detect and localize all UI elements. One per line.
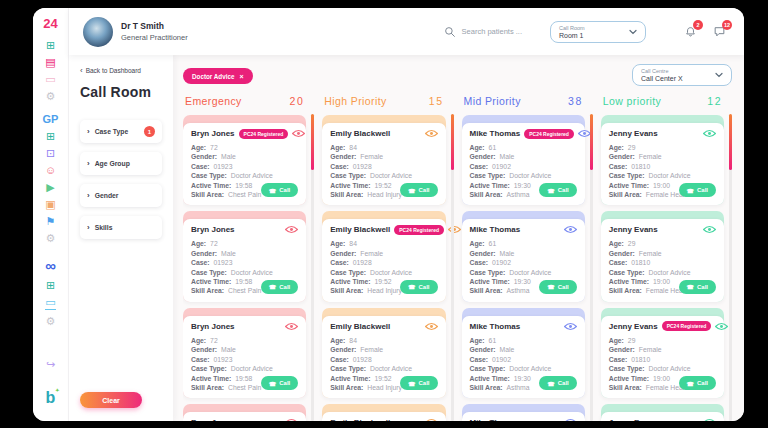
patient-card-body: Mike ThomasAge:61Gender:MaleCase:01902Ca… [462, 412, 585, 421]
back-to-dashboard-link[interactable]: ‹ Back to Dashboard [80, 66, 162, 75]
patient-field-row: Case Type:Doctor Advice [330, 364, 437, 373]
filter-item-gender[interactable]: ›Gender [80, 184, 162, 207]
gp-apps-grid-icon[interactable]: ⊞ [46, 131, 55, 142]
call-button[interactable]: ☎Call [400, 183, 438, 197]
apps-grid-icon[interactable]: ⊞ [46, 40, 55, 51]
chevron-right-icon: › [87, 223, 90, 232]
patient-card[interactable]: Mike ThomasAge:61Gender:MaleCase:01902Ca… [462, 211, 585, 301]
active-filter-chip[interactable]: Doctor Advice × [183, 68, 253, 84]
patient-card[interactable]: Bryn JonesAge:72Gender:MaleCase:01923Cas… [183, 211, 306, 301]
call-button[interactable]: ☎Call [539, 376, 577, 390]
monitor-icon[interactable]: ⊡ [46, 148, 55, 159]
patient-field-row: Gender:Female [609, 152, 716, 161]
call-room-select[interactable]: Call Room Room 1 [550, 21, 646, 43]
patient-card[interactable]: Emily BlackwellAge:84Gender:FemaleCase:0… [322, 115, 445, 205]
filter-item-age-group[interactable]: ›Age Group [80, 152, 162, 175]
view-patient-icon[interactable] [703, 418, 716, 421]
patient-card[interactable]: Emily BlackwellAge:84Gender:FemaleCase:0… [322, 308, 445, 398]
clear-filters-button[interactable]: Clear [80, 392, 142, 408]
patient-card[interactable]: Bryn JonesAge:72Gender:MaleCase:01923Cas… [183, 404, 306, 421]
column-scrollbar[interactable] [729, 114, 732, 421]
scrollbar-thumb[interactable] [451, 114, 454, 170]
logout-icon[interactable]: ↪ [46, 359, 55, 370]
call-button[interactable]: ☎Call [539, 183, 577, 197]
call-room-board: Doctor Advice × Call Centre Call Center … [173, 55, 744, 421]
patient-card[interactable]: Bryn JonesPC24 RegisteredAge:72Gender:Ma… [183, 115, 306, 205]
view-patient-icon[interactable] [564, 418, 577, 421]
patient-card[interactable]: Jenny EvansAge:29Gender:FemaleCase:01810… [601, 404, 724, 421]
lower-apps-grid-icon[interactable]: ⊞ [46, 280, 55, 291]
call-button[interactable]: ☎Call [261, 376, 299, 390]
view-patient-icon[interactable] [425, 129, 438, 138]
search-input[interactable]: Search patients ... [444, 26, 522, 38]
view-patient-icon[interactable] [703, 225, 716, 234]
call-button[interactable]: ☎Call [679, 280, 717, 294]
view-patient-icon[interactable] [285, 418, 298, 421]
call-centre-select[interactable]: Call Centre Call Center X [632, 64, 732, 86]
lower-settings-gear-icon[interactable]: ⚙ [46, 316, 56, 327]
scrollbar-thumb[interactable] [590, 114, 593, 170]
settings-gear-icon[interactable]: ⚙ [46, 91, 56, 102]
patient-card[interactable]: Emily BlackwellAge:84Gender:FemaleCase:0… [322, 404, 445, 421]
scrollbar-thumb[interactable] [311, 114, 314, 170]
call-button[interactable]: ☎Call [261, 280, 299, 294]
filter-item-label: Gender [95, 192, 119, 199]
infinity-icon[interactable]: ∞ [45, 258, 56, 273]
view-patient-icon[interactable] [285, 225, 298, 234]
billing-card-icon[interactable]: ▭ [45, 297, 55, 310]
column-scrollbar[interactable] [311, 114, 314, 421]
patient-card[interactable]: Jenny EvansAge:29Gender:FemaleCase:01810… [601, 211, 724, 301]
patient-card-header: Mike Thomas [470, 321, 577, 332]
gp-settings-gear-icon[interactable]: ⚙ [46, 233, 56, 244]
call-button[interactable]: ☎Call [400, 376, 438, 390]
patient-card[interactable]: Mike ThomasAge:61Gender:MaleCase:01902Ca… [462, 404, 585, 421]
chat-smile-icon[interactable]: ☺ [45, 165, 56, 176]
view-patient-icon[interactable] [292, 129, 305, 138]
view-patient-icon[interactable] [703, 129, 716, 138]
id-card-icon[interactable]: ▭ [45, 74, 55, 85]
patient-card[interactable]: Jenny EvansAge:29Gender:FemaleCase:01810… [601, 115, 724, 205]
filter-item-case-type[interactable]: ›Case Type1 [80, 120, 162, 143]
call-button[interactable]: ☎Call [679, 376, 717, 390]
column-scrollbar[interactable] [451, 114, 454, 421]
field-value: 01810 [631, 162, 650, 171]
view-patient-icon[interactable] [578, 129, 591, 138]
patient-card[interactable]: Mike ThomasAge:61Gender:MaleCase:01902Ca… [462, 308, 585, 398]
view-patient-icon[interactable] [425, 322, 438, 331]
patient-field-row: Gender:Female [330, 249, 437, 258]
column-inner: High Priority15Emily BlackwellAge:84Gend… [322, 92, 445, 421]
video-call-icon[interactable]: ▶ [46, 182, 54, 193]
avatar[interactable] [83, 17, 113, 47]
phone-icon: ☎ [408, 187, 415, 194]
call-button[interactable]: ☎Call [539, 280, 577, 294]
call-button-label: Call [697, 284, 708, 290]
call-button[interactable]: ☎Call [679, 183, 717, 197]
patient-card[interactable]: Bryn JonesAge:72Gender:MaleCase:01923Cas… [183, 308, 306, 398]
field-label: Skill Area: [609, 286, 642, 295]
patient-card[interactable]: Mike ThomasPC24 RegisteredAge:61Gender:M… [462, 115, 585, 205]
patient-card[interactable]: Jenny EvansPC24 RegisteredAge:29Gender:F… [601, 308, 724, 398]
patient-card-icon[interactable]: ▣ [45, 199, 55, 210]
field-value: Doctor Advice [649, 171, 691, 180]
journal-icon[interactable]: ▤ [45, 57, 55, 68]
view-patient-icon[interactable] [564, 322, 577, 331]
patient-card[interactable]: Emily BlackwellPC24 RegisteredAge:84Gend… [322, 211, 445, 301]
field-value: 19:58 [235, 181, 252, 190]
patient-card-header: Emily Blackwell [330, 321, 437, 332]
view-patient-icon[interactable] [425, 418, 438, 421]
messages-button[interactable]: 12 [713, 25, 726, 38]
view-patient-icon[interactable] [285, 322, 298, 331]
patient-card-header: Bryn Jones [191, 417, 298, 421]
view-patient-icon[interactable] [448, 225, 461, 234]
scrollbar-thumb[interactable] [729, 114, 732, 170]
column-scrollbar[interactable] [590, 114, 593, 421]
view-patient-icon[interactable] [715, 322, 728, 331]
filter-item-skills[interactable]: ›Skills [80, 216, 162, 239]
call-button[interactable]: ☎Call [400, 280, 438, 294]
field-label: Gender: [609, 152, 635, 161]
notifications-button[interactable]: 2 [684, 25, 697, 38]
call-button[interactable]: ☎Call [261, 183, 299, 197]
view-patient-icon[interactable] [564, 225, 577, 234]
remove-filter-icon[interactable]: × [239, 73, 243, 80]
controller-icon[interactable]: ⚑ [46, 216, 56, 227]
